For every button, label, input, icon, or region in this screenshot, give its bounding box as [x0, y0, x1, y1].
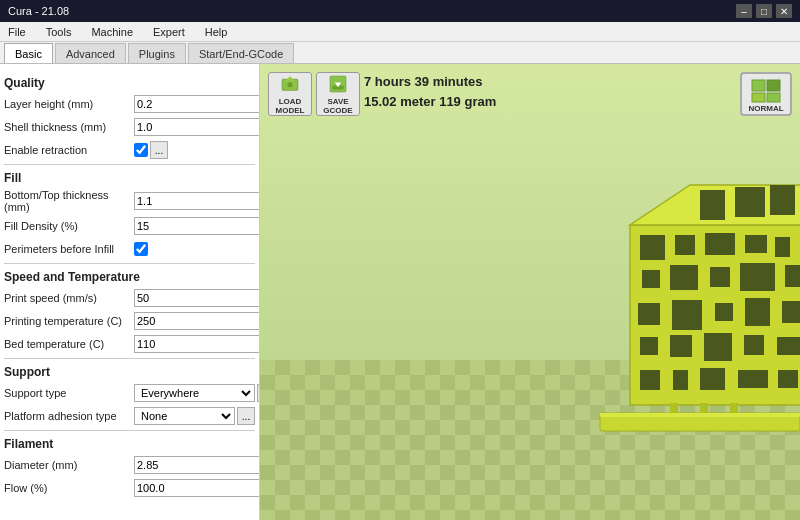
platform-adhesion-options-button[interactable]: ...: [237, 407, 255, 425]
print-temp-row: Printing temperature (C): [4, 311, 255, 331]
bottom-top-thickness-label: Bottom/Top thickness (mm): [4, 189, 134, 213]
retraction-options-button[interactable]: ...: [150, 141, 168, 159]
3d-model: [570, 165, 800, 465]
svg-rect-28: [638, 303, 660, 325]
left-panel: Quality Layer height (mm) Shell thicknes…: [0, 64, 260, 520]
quality-section-title: Quality: [4, 76, 255, 90]
support-type-wrap: None Everywhere Touching buildplate ...: [134, 384, 260, 402]
svg-rect-36: [744, 335, 764, 355]
maximize-button[interactable]: □: [756, 4, 772, 18]
tab-advanced[interactable]: Advanced: [55, 43, 126, 63]
bottom-top-thickness-input[interactable]: [134, 192, 260, 210]
fill-density-wrap: ...: [134, 217, 260, 235]
svg-marker-43: [700, 190, 725, 220]
layer-height-input[interactable]: [134, 95, 260, 113]
svg-rect-11: [752, 80, 765, 91]
platform-adhesion-select[interactable]: None Brim Raft: [134, 407, 235, 425]
svg-rect-31: [745, 298, 770, 326]
save-gcode-icon: [324, 73, 352, 95]
shell-thickness-row: Shell thickness (mm): [4, 117, 255, 137]
flow-label: Flow (%): [4, 482, 134, 494]
tab-basic[interactable]: Basic: [4, 43, 53, 63]
print-speed-row: Print speed (mm/s): [4, 288, 255, 308]
fill-density-input[interactable]: [134, 217, 260, 235]
diameter-input[interactable]: [134, 456, 260, 474]
divider-2: [4, 263, 255, 264]
svg-rect-18: [640, 235, 665, 260]
minimize-button[interactable]: –: [736, 4, 752, 18]
divider-4: [4, 430, 255, 431]
svg-rect-12: [767, 80, 780, 91]
svg-rect-42: [778, 370, 798, 388]
support-type-row: Support type None Everywhere Touching bu…: [4, 383, 255, 403]
svg-rect-25: [710, 267, 730, 287]
normal-button[interactable]: NORMAL: [740, 72, 792, 116]
layer-height-label: Layer height (mm): [4, 98, 134, 110]
tab-start-end-gcode[interactable]: Start/End-GCode: [188, 43, 294, 63]
platform-adhesion-label: Platform adhesion type: [4, 410, 134, 422]
svg-rect-13: [752, 93, 765, 102]
save-gcode-label: SAVE GCODE: [317, 97, 359, 115]
svg-rect-24: [670, 265, 698, 290]
svg-rect-26: [740, 263, 775, 291]
svg-rect-56: [670, 403, 678, 413]
menu-tools[interactable]: Tools: [42, 24, 76, 40]
svg-rect-40: [700, 368, 725, 390]
svg-rect-57: [700, 403, 708, 413]
menu-machine[interactable]: Machine: [87, 24, 137, 40]
save-gcode-button[interactable]: SAVE GCODE: [316, 72, 360, 116]
viewport: LOAD MODEL SAVE GCODE 7 hours 39 minutes…: [260, 64, 800, 520]
bottom-top-thickness-row: Bottom/Top thickness (mm): [4, 189, 255, 213]
main-content: Quality Layer height (mm) Shell thicknes…: [0, 64, 800, 520]
normal-view-icon: [750, 76, 782, 104]
retraction-wrap: ...: [134, 141, 255, 159]
perimeters-checkbox[interactable]: [134, 242, 148, 256]
fill-density-row: Fill Density (%) ...: [4, 216, 255, 236]
print-temp-input[interactable]: [134, 312, 260, 330]
svg-rect-21: [745, 235, 767, 253]
viewport-toolbar: LOAD MODEL SAVE GCODE: [268, 72, 360, 116]
print-temp-label: Printing temperature (C): [4, 315, 134, 327]
close-button[interactable]: ✕: [776, 4, 792, 18]
svg-marker-6: [285, 76, 294, 81]
bed-temp-input[interactable]: [134, 335, 260, 353]
enable-retraction-checkbox[interactable]: [134, 143, 148, 157]
flow-input[interactable]: [134, 479, 260, 497]
speed-section-title: Speed and Temperature: [4, 270, 255, 284]
support-section-title: Support: [4, 365, 255, 379]
print-speed-input[interactable]: [134, 289, 260, 307]
svg-rect-22: [775, 237, 790, 257]
right-panel: LOAD MODEL SAVE GCODE 7 hours 39 minutes…: [260, 64, 800, 520]
print-speed-label: Print speed (mm/s): [4, 292, 134, 304]
bed-temp-label: Bed temperature (C): [4, 338, 134, 350]
print-info: 7 hours 39 minutes 15.02 meter 119 gram: [364, 72, 496, 111]
diameter-row: Diameter (mm): [4, 455, 255, 475]
diameter-label: Diameter (mm): [4, 459, 134, 471]
support-type-select[interactable]: None Everywhere Touching buildplate: [134, 384, 255, 402]
svg-rect-33: [640, 337, 658, 355]
menu-help[interactable]: Help: [201, 24, 232, 40]
svg-rect-30: [715, 303, 733, 321]
menu-expert[interactable]: Expert: [149, 24, 189, 40]
svg-rect-58: [730, 403, 738, 413]
load-model-button[interactable]: LOAD MODEL: [268, 72, 312, 116]
menu-bar: File Tools Machine Expert Help: [0, 22, 800, 42]
svg-rect-35: [704, 333, 732, 361]
svg-marker-45: [770, 185, 795, 215]
platform-adhesion-row: Platform adhesion type None Brim Raft ..…: [4, 406, 255, 426]
bed-temp-row: Bed temperature (C): [4, 334, 255, 354]
fill-density-label: Fill Density (%): [4, 220, 134, 232]
platform-adhesion-wrap: None Brim Raft ...: [134, 407, 255, 425]
svg-rect-23: [642, 270, 660, 288]
title-bar: Cura - 21.08 – □ ✕: [0, 0, 800, 22]
print-material: 15.02 meter 119 gram: [364, 92, 496, 112]
shell-thickness-input[interactable]: [134, 118, 260, 136]
normal-label: NORMAL: [748, 104, 783, 113]
svg-rect-20: [705, 233, 735, 255]
menu-file[interactable]: File: [4, 24, 30, 40]
tab-plugins[interactable]: Plugins: [128, 43, 186, 63]
print-time: 7 hours 39 minutes: [364, 72, 496, 92]
svg-rect-7: [288, 82, 293, 87]
load-model-label: LOAD MODEL: [269, 97, 311, 115]
svg-rect-29: [672, 300, 702, 330]
